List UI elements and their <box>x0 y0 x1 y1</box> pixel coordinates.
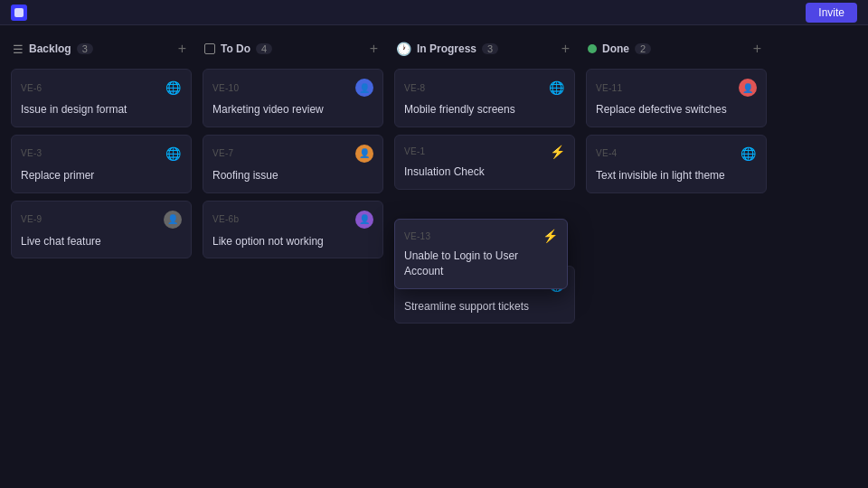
inprogress-icon: 🕐 <box>396 42 411 56</box>
drag-card-overlay[interactable]: VE-13 ⚡ Unable to Login to User Account <box>394 219 568 289</box>
card-ve10[interactable]: VE-10 👤 Marketing video review <box>203 69 383 127</box>
card-ve6[interactable]: VE-6 🌐 Issue in design format <box>11 69 192 127</box>
backlog-title: Backlog <box>29 42 71 55</box>
done-title: Done <box>602 42 629 55</box>
card-id: VE-8 <box>404 83 425 93</box>
card-id: VE-4 <box>596 148 617 158</box>
card-ve7[interactable]: VE-7 👤 Roofing issue <box>203 135 383 193</box>
card-ve8[interactable]: VE-8 🌐 Mobile friendly screens <box>394 69 575 127</box>
drag-lightning-icon: ⚡ <box>542 229 558 243</box>
drag-card-title: Unable to Login to User Account <box>404 249 558 279</box>
card-id: VE-10 <box>212 83 239 93</box>
invite-button[interactable]: Invite <box>806 3 857 23</box>
card-title: Insulation Check <box>404 164 565 180</box>
backlog-add-button[interactable]: + <box>175 40 190 58</box>
column-header-backlog: ☰ Backlog 3 + <box>11 40 192 58</box>
card-id: VE-6 <box>21 83 42 93</box>
header-left <box>11 5 27 21</box>
todo-icon <box>204 43 215 54</box>
card-title: Text invisible in light theme <box>596 168 757 183</box>
card-ve11[interactable]: VE-11 👤 Replace defective switches <box>586 69 767 127</box>
column-header-todo: To Do 4 + <box>203 40 383 58</box>
todo-title: To Do <box>221 42 250 55</box>
card-title: Streamline support tickets <box>404 299 565 314</box>
card-title: Replace primer <box>21 168 182 183</box>
card-title: Like option not working <box>212 234 373 249</box>
column-header-inprogress: 🕐 In Progress 3 + <box>394 40 575 58</box>
card-ve1[interactable]: VE-1 ⚡ Insulation Check <box>394 135 575 190</box>
card-id: VE-3 <box>21 148 42 158</box>
inprogress-title: In Progress <box>417 42 476 55</box>
column-header-done: Done 2 + <box>586 40 767 58</box>
card-title: Marketing video review <box>212 102 373 117</box>
backlog-count: 3 <box>77 43 93 54</box>
drag-card-id: VE-13 <box>404 231 430 241</box>
inprogress-count: 3 <box>482 43 498 54</box>
backlog-icon: ☰ <box>13 42 24 56</box>
done-dot <box>588 44 597 53</box>
card-id: VE-11 <box>596 83 622 93</box>
card-id: VE-7 <box>212 148 233 158</box>
card-avatar: 🌐 <box>164 145 182 163</box>
card-title: Issue in design format <box>21 102 182 117</box>
lightning-icon: ⚡ <box>550 145 565 159</box>
card-title: Live chat feature <box>21 234 182 249</box>
card-avatar: 🌐 <box>164 79 182 97</box>
todo-add-button[interactable]: + <box>366 40 382 58</box>
column-backlog: ☰ Backlog 3 + VE-6 🌐 Issue in design for… <box>11 40 192 474</box>
card-avatar: 👤 <box>164 211 182 229</box>
card-ve3[interactable]: VE-3 🌐 Replace primer <box>11 135 192 193</box>
card-ve6b[interactable]: VE-6b 👤 Like option not working <box>203 201 383 259</box>
column-todo: To Do 4 + VE-10 👤 Marketing video review… <box>203 40 383 474</box>
card-avatar: 👤 <box>355 145 373 163</box>
svg-rect-0 <box>14 8 24 17</box>
card-title: Mobile friendly screens <box>404 102 565 117</box>
card-id: VE-9 <box>21 214 42 224</box>
card-avatar: 👤 <box>355 79 373 97</box>
column-done: Done 2 + VE-11 👤 Replace defective switc… <box>586 40 767 474</box>
card-title: Replace defective switches <box>596 102 757 117</box>
todo-count: 4 <box>256 43 272 54</box>
card-id: VE-1 <box>404 146 425 156</box>
done-add-button[interactable]: + <box>750 40 765 58</box>
card-title: Roofing issue <box>212 168 373 183</box>
column-in-progress: 🕐 In Progress 3 + VE-8 🌐 Mobile friendly… <box>394 40 575 474</box>
card-avatar: 👤 <box>739 79 757 97</box>
card-id: VE-6b <box>212 214 239 224</box>
app-icon <box>11 5 27 21</box>
inprogress-add-button[interactable]: + <box>558 40 573 58</box>
app-header: Invite <box>0 0 868 25</box>
card-ve4[interactable]: VE-4 🌐 Text invisible in light theme <box>586 135 767 193</box>
card-ve9[interactable]: VE-9 👤 Live chat feature <box>11 201 192 259</box>
card-avatar: 🌐 <box>547 79 565 97</box>
card-avatar: 👤 <box>355 211 373 229</box>
kanban-board: ☰ Backlog 3 + VE-6 🌐 Issue in design for… <box>0 25 868 488</box>
done-count: 2 <box>635 43 651 54</box>
card-avatar: 🌐 <box>739 145 757 163</box>
